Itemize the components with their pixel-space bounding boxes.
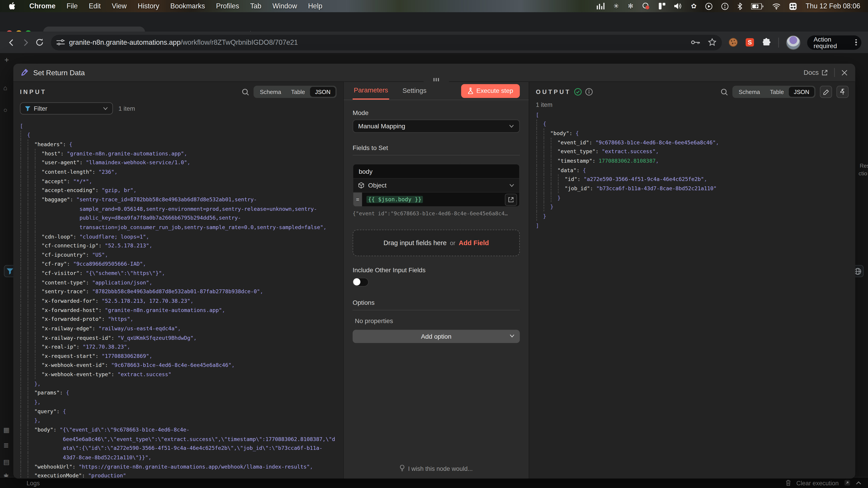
wifi-icon[interactable] xyxy=(772,3,781,9)
input-filter-dropdown[interactable]: Filter xyxy=(20,102,113,115)
zoom-in-icon[interactable]: + xyxy=(4,55,9,64)
sidebar-user-icon[interactable]: ○ xyxy=(3,106,7,114)
trash-icon[interactable] xyxy=(785,480,791,486)
json-code-line: 6ee45e6a8c46\",\"event_type\":\"extract.… xyxy=(20,434,343,444)
divider xyxy=(352,310,520,310)
tab-settings[interactable]: Settings xyxy=(401,82,428,99)
back-button[interactable] xyxy=(4,35,19,50)
play-circle-icon[interactable] xyxy=(706,2,713,10)
display-split-icon[interactable] xyxy=(659,3,665,9)
control-center-icon[interactable] xyxy=(789,2,797,10)
input-tab-table[interactable]: Table xyxy=(286,87,310,97)
flower-icon[interactable]: ✿ xyxy=(691,2,697,10)
menu-item[interactable]: Help xyxy=(308,2,322,10)
menubar-clock[interactable]: Thu 12 Feb 08:06 xyxy=(806,2,860,10)
expression-expand-button[interactable] xyxy=(505,193,517,205)
volume-icon[interactable] xyxy=(674,3,682,9)
address-bar[interactable]: granite-n8n.granite-automations.app/work… xyxy=(51,35,722,50)
sidebar-insights-icon[interactable]: ▤ xyxy=(3,458,10,466)
output-json-viewer[interactable]: [{"body": {"event_id": "9c678663-b1ce-4e… xyxy=(529,110,855,230)
openai-icon[interactable]: ✻ xyxy=(628,2,633,10)
sidebar-templates-icon[interactable]: ▦ xyxy=(3,426,10,434)
action-required-button[interactable]: Action required xyxy=(807,35,862,50)
tab-parameters[interactable]: Parameters xyxy=(352,82,389,99)
menu-item[interactable]: Chrome xyxy=(29,2,56,10)
browser-menu-icon[interactable] xyxy=(856,39,857,45)
modal-close-icon[interactable] xyxy=(841,69,847,75)
pin-output-button[interactable] xyxy=(836,86,848,98)
bluetooth-icon[interactable] xyxy=(738,2,743,10)
edit-output-button[interactable] xyxy=(820,86,832,98)
json-code-line: "accept": "*/*", xyxy=(20,176,343,186)
menu-item[interactable]: Tab xyxy=(250,2,261,10)
stats-icon[interactable] xyxy=(597,3,604,9)
meet-recording-icon[interactable] xyxy=(642,3,650,9)
reload-button[interactable] xyxy=(32,35,46,50)
expression-input[interactable]: {{ $json.body }} xyxy=(362,193,423,206)
success-check-icon xyxy=(574,88,582,96)
clear-execution-button[interactable]: Clear execution xyxy=(796,480,839,486)
profile-avatar[interactable] xyxy=(786,35,800,50)
field-name-input[interactable]: body xyxy=(353,164,519,179)
input-item-count: 1 item xyxy=(119,105,135,111)
execute-step-button[interactable]: Execute step xyxy=(461,84,520,98)
input-json-viewer[interactable]: [{"headers": {"host": "granite-n8n.grani… xyxy=(13,121,343,479)
json-code-line: "headers": { xyxy=(20,140,343,149)
field-type-select[interactable]: Object xyxy=(353,179,519,193)
menu-item[interactable]: Profiles xyxy=(216,2,239,10)
menu-item[interactable]: History xyxy=(138,2,159,10)
cookie-extension-icon[interactable] xyxy=(728,38,738,47)
bookmark-star-icon[interactable] xyxy=(708,38,716,46)
action-required-label: Action required xyxy=(813,36,851,49)
add-field-link[interactable]: Add Field xyxy=(459,239,489,247)
sidebar-variables-icon[interactable]: ≣ xyxy=(3,442,9,449)
menu-item[interactable]: View xyxy=(112,2,127,10)
open-logs-icon[interactable] xyxy=(844,480,850,486)
no-properties-text: No properties xyxy=(352,318,520,324)
time-limit-icon[interactable] xyxy=(721,2,729,10)
include-other-fields-label: Include Other Input Fields xyxy=(352,267,520,273)
panel-drag-handle[interactable] xyxy=(423,76,449,83)
info-icon[interactable] xyxy=(585,88,593,96)
snowflake-app-icon[interactable]: ✳ xyxy=(614,2,619,10)
n8n-canvas: + ⌂ ○ ▦ ≣ ▤ ✱ Res ctio Logs Clear execut… xyxy=(0,53,868,488)
menu-item[interactable]: Edit xyxy=(89,2,101,10)
toolbar-divider xyxy=(778,37,779,47)
output-tab-schema[interactable]: Schema xyxy=(734,87,765,97)
site-settings-icon[interactable] xyxy=(56,39,65,46)
node-feedback-link[interactable]: I wish this node would... xyxy=(344,465,529,472)
mode-select[interactable]: Manual Mapping xyxy=(352,120,520,133)
input-search-icon[interactable] xyxy=(242,88,249,96)
apple-menu-icon[interactable] xyxy=(9,2,16,10)
logs-label[interactable]: Logs xyxy=(0,480,40,486)
forward-button[interactable] xyxy=(18,35,32,50)
output-tab-table[interactable]: Table xyxy=(765,87,789,97)
collapse-logs-icon[interactable] xyxy=(856,481,861,484)
output-view-tabs: Schema Table JSON xyxy=(733,86,815,98)
output-search-icon[interactable] xyxy=(721,88,728,96)
json-code-line: { xyxy=(536,119,855,129)
add-option-label: Add option xyxy=(421,333,452,339)
node-pencil-icon xyxy=(21,68,28,76)
input-tab-json[interactable]: JSON xyxy=(310,87,336,97)
menu-item[interactable]: File xyxy=(66,2,78,10)
sidebar-home-icon[interactable]: ⌂ xyxy=(3,84,7,92)
passwords-key-icon[interactable] xyxy=(691,39,700,45)
menu-item[interactable]: Window xyxy=(272,2,297,10)
seo-extension-icon[interactable]: S xyxy=(745,38,754,47)
add-option-button[interactable]: Add option xyxy=(352,330,520,343)
drag-fields-dropzone[interactable]: Drag input fields here or Add Field xyxy=(352,230,520,256)
battery-icon[interactable] xyxy=(751,3,764,9)
menu-item[interactable]: Bookmarks xyxy=(170,2,205,10)
json-code-line: ] xyxy=(536,221,855,230)
extensions-puzzle-icon[interactable] xyxy=(762,38,771,47)
json-code-line: "event_id": "9c678663-b1ce-4ed6-8c4e-6ee… xyxy=(536,138,855,147)
execute-step-label: Execute step xyxy=(476,88,513,94)
include-other-fields-toggle[interactable] xyxy=(352,278,369,287)
input-tab-schema[interactable]: Schema xyxy=(255,87,286,97)
json-code-line: "data": { xyxy=(536,165,855,175)
json-code-line: }, xyxy=(20,416,343,425)
output-tab-json[interactable]: JSON xyxy=(789,87,814,97)
docs-link[interactable]: Docs xyxy=(804,69,828,76)
url-host: granite-n8n.granite-automations.app xyxy=(69,38,181,46)
